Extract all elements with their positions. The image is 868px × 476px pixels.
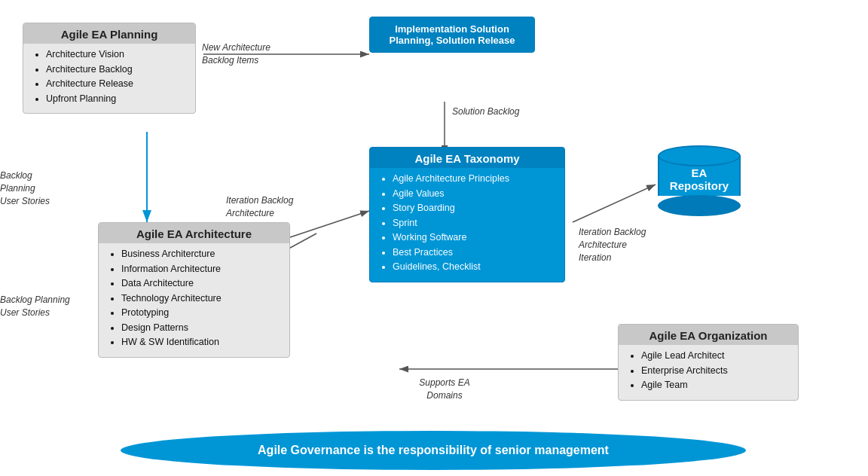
cylinder-bottom [658, 195, 741, 216]
list-item: Agile Architecture Principles [393, 172, 557, 186]
agile-ea-architecture-box: Agile EA Architecture Business Architerc… [98, 222, 290, 358]
ea-repository: EA Repository [658, 132, 741, 230]
list-item: Story Boarding [393, 202, 557, 215]
agile-ea-planning-title: Agile EA Planning [23, 23, 195, 44]
backlog-planning-label-2: Backlog PlanningUser Stories [0, 294, 75, 319]
agile-ea-taxonomy-title: Agile EA Taxonomy [370, 148, 564, 168]
list-item: Business Architercture [121, 248, 282, 261]
agile-ea-organization-body: Agile Lead Architect Enterprise Architec… [619, 345, 798, 400]
implementation-box: Implementation Solution Planning, Soluti… [369, 17, 535, 53]
agile-ea-taxonomy-body: Agile Architecture Principles Agile Valu… [370, 168, 564, 282]
agile-ea-architecture-body: Business Architercture Information Archi… [99, 243, 289, 357]
agile-ea-taxonomy-box: Agile EA Taxonomy Agile Architecture Pri… [369, 147, 565, 282]
svg-line-6 [573, 185, 656, 222]
list-item: Enterprise Architects [641, 365, 790, 378]
agile-ea-organization-title: Agile EA Organization [619, 325, 798, 345]
new-architecture-label: New ArchitectureBacklog Items [202, 41, 289, 67]
list-item: Architecture Release [46, 78, 188, 91]
list-item: Design Patterns [121, 322, 282, 335]
list-item: Technology Architecture [121, 292, 282, 306]
cylinder-top [658, 145, 741, 166]
list-item: Working Software [393, 231, 557, 245]
governance-ellipse: Agile Governance is the responsibility o… [121, 431, 746, 470]
list-item: Data Architecture [121, 277, 282, 291]
diagram: Agile EA Planning Architecture Vision Ar… [0, 0, 868, 476]
agile-ea-planning-body: Architecture Vision Architecture Backlog… [23, 44, 195, 113]
list-item: Best Practices [393, 246, 557, 260]
list-item: Information Architecture [121, 263, 282, 276]
supports-ea-label: Supports EADomains [411, 377, 478, 402]
backlog-planning-label-1: Backlog PlanningUser Stories [0, 169, 68, 207]
agile-ea-organization-box: Agile EA Organization Agile Lead Archite… [618, 324, 799, 401]
list-item: HW & SW Identification [121, 336, 282, 349]
list-item: Upfront Planning [46, 93, 188, 106]
solution-backlog-label: Solution Backlog [452, 105, 519, 118]
list-item: Guidelines, Checklist [393, 261, 557, 274]
list-item: Architecture Backlog [46, 63, 188, 77]
agile-ea-planning-box: Agile EA Planning Architecture Vision Ar… [23, 23, 196, 114]
list-item: Agile Team [641, 379, 790, 392]
list-item: Sprint [393, 217, 557, 230]
list-item: Agile Values [393, 188, 557, 201]
list-item: Agile Lead Architect [641, 349, 790, 363]
implementation-title: Implementation Solution Planning, Soluti… [370, 17, 534, 52]
governance-text: Agile Governance is the responsibility o… [258, 444, 609, 457]
iteration-backlog-label-2: Iteration BacklogArchitectureIteration [579, 226, 662, 264]
list-item: Prototyping [121, 307, 282, 320]
list-item: Architecture Vision [46, 48, 188, 62]
agile-ea-architecture-title: Agile EA Architecture [99, 223, 289, 243]
